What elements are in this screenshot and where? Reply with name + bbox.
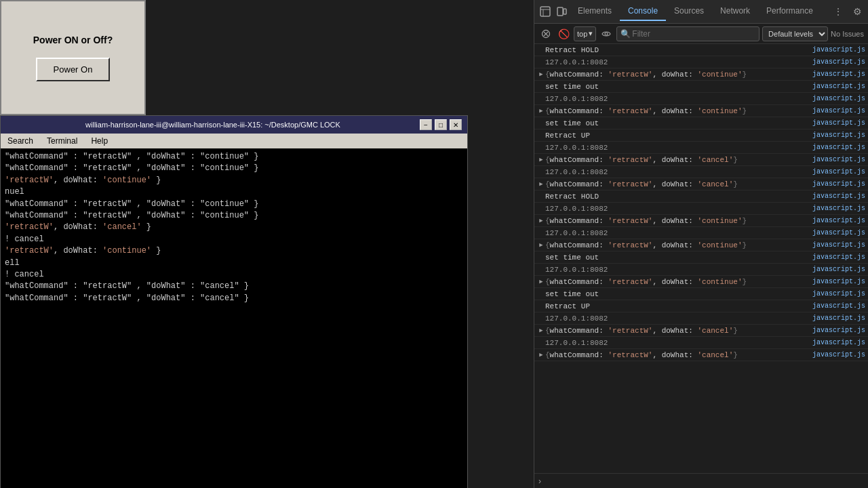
expand-triangle[interactable]: ▶ (537, 107, 545, 115)
expand-console-icon[interactable]: › (538, 476, 541, 486)
expand-triangle[interactable]: ▶ (537, 327, 545, 335)
terminal-menu-help[interactable]: Help (84, 135, 115, 147)
file-link[interactable]: javascript.js (812, 205, 865, 212)
tab-sources[interactable]: Sources (666, 2, 712, 21)
maximize-button[interactable]: □ (435, 119, 447, 130)
eye-icon[interactable] (599, 26, 614, 41)
console-row-timeout-4: set time out javascript.js (534, 288, 868, 300)
terminal-line-5: "whatCommand" : "retractW" , "doWhat" : … (5, 199, 463, 210)
console-row-ip-6: 127.0.0.1:8082 javascript.js (534, 227, 868, 239)
console-row-ip-5: 127.0.0.1:8082 javascript.js (534, 203, 868, 215)
filter-icon[interactable]: 🚫 (556, 26, 571, 41)
console-row-retract-hold-1: Retract HOLD javascript.js (534, 44, 868, 56)
terminal-title: william-harrison-lane-iii@william-harris… (6, 121, 420, 129)
context-label: top (577, 30, 587, 38)
console-row-ip-8: 127.0.0.1:8082 javascript.js (534, 312, 868, 325)
file-link[interactable]: javascript.js (812, 46, 865, 54)
terminal-line-10: ell (5, 258, 463, 269)
filter-input[interactable] (616, 26, 760, 41)
file-link[interactable]: javascript.js (812, 266, 865, 273)
file-link[interactable]: javascript.js (812, 253, 865, 261)
console-output: Retract HOLD javascript.js 127.0.0.1:808… (534, 44, 868, 473)
file-link[interactable]: javascript.js (812, 278, 865, 285)
file-link[interactable]: javascript.js (812, 131, 865, 139)
file-link[interactable]: javascript.js (812, 144, 865, 151)
power-title: Power ON or Off? (33, 35, 113, 45)
tab-console[interactable]: Console (620, 2, 666, 21)
terminal-line-9: 'retractW', doWhat: 'continue' } (5, 245, 463, 257)
file-link[interactable]: javascript.js (812, 339, 865, 346)
device-icon[interactable] (553, 3, 570, 20)
context-select[interactable]: top ▾ (574, 26, 596, 41)
expand-triangle[interactable]: ▶ (537, 351, 545, 359)
console-row-obj-cancel-2: ▶ {whatCommand: 'retractW', doWhat: 'can… (534, 178, 868, 190)
terminal-line-3: 'retractW', doWhat: 'continue' } (5, 175, 463, 186)
file-link[interactable]: javascript.js (812, 229, 865, 237)
terminal-line-8: ! cancel (5, 234, 463, 245)
console-row-obj-2: ▶ {whatCommand: 'retractW', doWhat: 'con… (534, 105, 868, 117)
expand-triangle[interactable]: ▶ (537, 156, 545, 164)
console-row-retract-up-2: Retract UP javascript.js (534, 300, 868, 312)
file-link[interactable]: javascript.js (812, 351, 865, 359)
expand-triangle[interactable]: ▶ (537, 70, 545, 79)
terminal-line-1: "whatCommand" : "retractW" , "doWhat" : … (5, 151, 463, 163)
file-link[interactable]: javascript.js (812, 327, 865, 334)
clear-console-icon[interactable] (538, 26, 553, 41)
minimize-button[interactable]: − (420, 119, 432, 130)
console-row-retract-up-1: Retract UP javascript.js (534, 129, 868, 142)
file-link[interactable]: javascript.js (812, 192, 865, 200)
terminal-line-6: "whatCommand" : "retractW" , "doWhat" : … (5, 210, 463, 222)
terminal-menubar: Search Terminal Help (1, 134, 467, 148)
console-bottom-bar: › (534, 473, 868, 488)
file-link[interactable]: javascript.js (812, 58, 865, 66)
terminal-content: "whatCommand" : "retractW" , "doWhat" : … (1, 148, 467, 488)
file-link[interactable]: javascript.js (812, 217, 865, 224)
expand-triangle[interactable]: ▶ (537, 278, 545, 286)
left-panel: Power ON or Off? Power On william-harris… (0, 0, 534, 488)
file-link[interactable]: javascript.js (812, 180, 865, 188)
file-link[interactable]: javascript.js (812, 70, 865, 78)
console-row-obj-3: ▶ {whatCommand: 'retractW', doWhat: 'con… (534, 215, 868, 227)
file-link[interactable]: javascript.js (812, 119, 865, 127)
terminal-line-7: 'retractW', doWhat: 'cancel' } (5, 222, 463, 233)
file-link[interactable]: javascript.js (812, 83, 865, 90)
power-on-button[interactable]: Power On (36, 58, 111, 81)
file-link[interactable]: javascript.js (812, 302, 865, 310)
console-toolbar: 🚫 top ▾ 🔍 Default levels No Issues (534, 24, 868, 44)
file-link[interactable]: javascript.js (812, 156, 865, 163)
terminal-line-12: "whatCommand" : "retractW" , "doWhat" : … (5, 281, 463, 292)
console-row-timeout-1: set time out javascript.js (534, 81, 868, 93)
console-row-obj-cancel-4: ▶ {whatCommand: 'retractW', doWhat: 'can… (534, 349, 868, 361)
terminal-menu-search[interactable]: Search (1, 135, 40, 147)
expand-triangle[interactable]: ▶ (537, 241, 545, 249)
svg-rect-2 (564, 9, 566, 14)
file-link[interactable]: javascript.js (812, 107, 865, 115)
console-row-retract-hold-2: Retract HOLD javascript.js (534, 190, 868, 203)
file-link[interactable]: javascript.js (812, 168, 865, 176)
more-tabs-icon[interactable]: ⋮ (830, 3, 846, 20)
inspect-icon[interactable] (537, 3, 553, 20)
console-row-timeout-3: set time out javascript.js (534, 251, 868, 264)
terminal-line-4: nuel (5, 186, 463, 198)
console-row-ip-1: 127.0.0.1:8082 javascript.js (534, 56, 868, 68)
console-row-obj-1: ▶ {whatCommand: 'retractW', doWhat: 'con… (534, 68, 868, 81)
expand-triangle[interactable]: ▶ (537, 217, 545, 225)
expand-triangle[interactable]: ▶ (537, 180, 545, 188)
terminal-controls: − □ ✕ (420, 119, 462, 130)
tab-performance[interactable]: Performance (758, 2, 821, 21)
file-link[interactable]: javascript.js (812, 95, 865, 102)
terminal-line-13: "whatCommand" : "retractW" , "doWhat" : … (5, 293, 463, 304)
context-arrow: ▾ (589, 29, 593, 38)
console-row-obj-5: ▶ {whatCommand: 'retractW', doWhat: 'con… (534, 276, 868, 288)
terminal-titlebar: william-harrison-lane-iii@william-harris… (1, 116, 467, 134)
settings-cog-icon[interactable]: ⚙ (849, 3, 865, 20)
file-link[interactable]: javascript.js (812, 241, 865, 249)
level-select[interactable]: Default levels (762, 26, 828, 41)
close-button[interactable]: ✕ (450, 119, 462, 130)
tab-network[interactable]: Network (712, 2, 758, 21)
file-link[interactable]: javascript.js (812, 290, 865, 298)
no-issues-label: No Issues (831, 30, 864, 38)
tab-elements[interactable]: Elements (570, 2, 620, 21)
terminal-menu-terminal[interactable]: Terminal (40, 135, 84, 147)
file-link[interactable]: javascript.js (812, 314, 865, 322)
